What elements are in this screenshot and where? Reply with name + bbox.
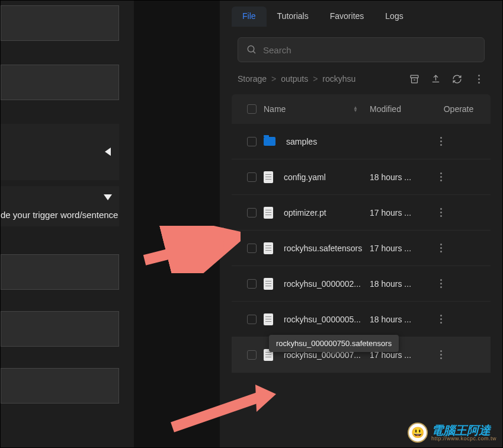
col-modified-label[interactable]: Modified	[370, 104, 435, 114]
collapse-row-1[interactable]	[1, 124, 119, 180]
panel-divider	[134, 1, 220, 448]
textarea-3[interactable]	[1, 254, 119, 290]
file-row[interactable]: rockyhsu_0000005...18 hours ...	[232, 302, 491, 337]
breadcrumb-separator: >	[271, 74, 276, 84]
watermark-url: http://www.kocpc.com.tw	[431, 436, 496, 441]
file-modified: 17 hours ...	[370, 208, 435, 217]
refresh-icon[interactable]	[451, 73, 462, 84]
file-area: Name ▲▼ Modified Operate samplesconfig.y…	[220, 85, 502, 373]
file-icon	[264, 171, 273, 183]
textarea-5[interactable]	[1, 368, 119, 404]
tab-tutorials[interactable]: Tutorials	[267, 7, 319, 27]
left-panel: de your trigger word/sentence	[1, 1, 134, 448]
tabs: FileTutorialsFavoritesLogs	[220, 1, 502, 27]
file-row[interactable]: rockyhsu_0000002...18 hours ...	[232, 266, 491, 302]
row-checkbox[interactable]	[247, 315, 257, 324]
row-checkbox[interactable]	[247, 137, 257, 146]
row-menu-icon[interactable]	[435, 171, 447, 183]
breadcrumb-item[interactable]: Storage	[238, 74, 267, 84]
sort-icon[interactable]: ▲▼	[353, 106, 358, 112]
watermark: 😃 電腦王阿達 http://www.kocpc.com.tw	[408, 423, 496, 443]
svg-line-1	[253, 51, 255, 53]
row-checkbox[interactable]	[247, 350, 257, 360]
breadcrumb: Storage>outputs>rockyhsu	[238, 74, 355, 84]
toolbar-icons	[409, 73, 485, 85]
row-menu-icon[interactable]	[435, 242, 447, 254]
row-menu-icon[interactable]	[435, 313, 447, 325]
row-checkbox[interactable]	[247, 279, 257, 289]
search-icon	[246, 44, 257, 55]
file-icon	[264, 242, 273, 254]
archive-icon[interactable]	[409, 73, 419, 84]
tab-logs[interactable]: Logs	[374, 7, 414, 27]
file-icon	[264, 278, 273, 290]
file-modified: 18 hours ...	[370, 279, 435, 289]
breadcrumb-item[interactable]: rockyhsu	[322, 74, 355, 84]
textarea-2[interactable]	[1, 65, 119, 100]
file-name: rockyhsu_0000005...	[284, 315, 361, 324]
file-row[interactable]: samples	[232, 124, 491, 159]
more-icon[interactable]	[473, 73, 485, 85]
file-browser-panel: FileTutorialsFavoritesLogs Storage>outpu…	[220, 1, 502, 448]
file-row[interactable]: optimizer.pt17 hours ...	[232, 195, 491, 231]
file-icon	[264, 313, 273, 325]
col-name-label[interactable]: Name	[264, 104, 286, 114]
file-header: Name ▲▼ Modified Operate	[232, 94, 491, 124]
row-checkbox[interactable]	[247, 244, 257, 253]
file-modified: 17 hours ...	[370, 244, 435, 253]
row-menu-icon[interactable]	[435, 207, 447, 219]
file-modified: 18 hours ...	[370, 315, 435, 324]
watermark-avatar-icon: 😃	[408, 423, 428, 443]
file-name: rockyhsu_0000002...	[284, 279, 361, 289]
trigger-label: de your trigger word/sentence	[1, 210, 118, 220]
search-row	[220, 27, 502, 62]
svg-rect-3	[411, 78, 417, 83]
tab-file[interactable]: File	[232, 7, 267, 27]
collapse-row-2[interactable]: de your trigger word/sentence	[1, 186, 119, 226]
select-all-checkbox[interactable]	[247, 104, 257, 114]
chevron-left-icon	[105, 148, 111, 156]
chevron-down-icon	[104, 194, 112, 200]
row-menu-icon[interactable]	[435, 136, 447, 148]
textarea-1[interactable]	[1, 5, 119, 41]
row-menu-icon[interactable]	[435, 349, 447, 361]
file-name: rockyhsu.safetensors	[284, 244, 362, 253]
watermark-text: 電腦王阿達	[431, 424, 496, 436]
search-box[interactable]	[238, 37, 485, 62]
search-input[interactable]	[263, 45, 476, 55]
file-name: samples	[286, 137, 317, 146]
row-checkbox[interactable]	[247, 172, 257, 182]
textarea-4[interactable]	[1, 311, 119, 347]
file-name: optimizer.pt	[284, 208, 326, 217]
file-name: config.yaml	[284, 172, 326, 182]
tab-favorites[interactable]: Favorites	[319, 7, 375, 27]
filename-tooltip: rockyhsu_000000750.safetensors	[269, 335, 399, 352]
breadcrumb-row: Storage>outputs>rockyhsu	[220, 62, 502, 85]
row-checkbox[interactable]	[247, 208, 257, 217]
folder-icon	[264, 137, 275, 146]
upload-icon[interactable]	[430, 73, 441, 84]
file-row[interactable]: rockyhsu.safetensors17 hours ...	[232, 231, 491, 266]
row-menu-icon[interactable]	[435, 278, 447, 290]
breadcrumb-item[interactable]: outputs	[281, 74, 308, 84]
file-modified: 18 hours ...	[370, 172, 435, 182]
svg-point-0	[248, 46, 254, 52]
breadcrumb-separator: >	[313, 74, 318, 84]
col-operate-label: Operate	[435, 104, 482, 114]
file-icon	[264, 207, 273, 219]
file-row[interactable]: config.yaml18 hours ...	[232, 159, 491, 195]
